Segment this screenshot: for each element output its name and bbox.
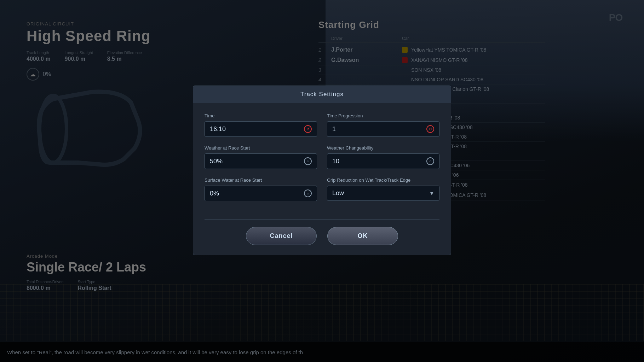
surface-water-input[interactable]: 0% ○ bbox=[205, 186, 317, 201]
track-settings-modal: Track Settings Time 16:10 ↺ Time Progres… bbox=[193, 86, 451, 255]
surface-water-value: 0% bbox=[210, 190, 219, 197]
ok-button[interactable]: OK bbox=[327, 227, 398, 245]
time-value: 16:10 bbox=[210, 125, 226, 133]
grip-reduction-value: Low bbox=[332, 189, 344, 197]
modal-footer: Cancel OK bbox=[193, 220, 451, 255]
surface-water-label: Surface Water at Race Start bbox=[205, 177, 317, 183]
weather-start-reset-icon[interactable]: ○ bbox=[304, 157, 312, 165]
time-progression-input[interactable]: 1 ↺ bbox=[327, 121, 439, 137]
field-row-weather: Weather at Race Start 50% ○ Weather Chan… bbox=[205, 145, 439, 169]
weather-start-input[interactable]: 50% ○ bbox=[205, 153, 317, 169]
weather-changeability-label: Weather Changeability bbox=[327, 145, 439, 151]
time-progression-label: Time Progression bbox=[327, 113, 439, 118]
field-group-weather-changeability: Weather Changeability 10 ○ bbox=[327, 145, 439, 169]
modal-overlay: Track Settings Time 16:10 ↺ Time Progres… bbox=[0, 0, 644, 362]
field-group-time-progression: Time Progression 1 ↺ bbox=[327, 113, 439, 137]
modal-title: Track Settings bbox=[193, 86, 451, 103]
time-reset-icon[interactable]: ↺ bbox=[304, 125, 312, 133]
surface-water-reset-icon[interactable]: ○ bbox=[304, 189, 312, 197]
grip-reduction-label: Grip Reduction on Wet Track/Track Edge bbox=[327, 177, 439, 183]
time-label: Time bbox=[205, 113, 317, 118]
modal-body: Time 16:10 ↺ Time Progression 1 ↺ bbox=[193, 103, 451, 220]
time-input[interactable]: 16:10 ↺ bbox=[205, 121, 317, 137]
weather-start-value: 50% bbox=[210, 158, 223, 165]
field-group-grip-reduction: Grip Reduction on Wet Track/Track Edge L… bbox=[327, 177, 439, 201]
time-progression-value: 1 bbox=[332, 125, 336, 133]
field-group-surface-water: Surface Water at Race Start 0% ○ bbox=[205, 177, 317, 201]
field-row-time: Time 16:10 ↺ Time Progression 1 ↺ bbox=[205, 113, 439, 137]
weather-changeability-value: 10 bbox=[332, 158, 339, 165]
field-row-surface: Surface Water at Race Start 0% ○ Grip Re… bbox=[205, 177, 439, 201]
weather-changeability-reset-icon[interactable]: ○ bbox=[426, 157, 434, 165]
grip-reduction-select[interactable]: Low ▼ bbox=[327, 186, 439, 201]
weather-start-label: Weather at Race Start bbox=[205, 145, 317, 151]
weather-changeability-input[interactable]: 10 ○ bbox=[327, 153, 439, 169]
cancel-button[interactable]: Cancel bbox=[246, 227, 317, 245]
time-progression-reset-icon[interactable]: ↺ bbox=[426, 125, 434, 133]
field-group-time: Time 16:10 ↺ bbox=[205, 113, 317, 137]
grip-reduction-dropdown-arrow: ▼ bbox=[429, 191, 434, 196]
field-group-weather-start: Weather at Race Start 50% ○ bbox=[205, 145, 317, 169]
